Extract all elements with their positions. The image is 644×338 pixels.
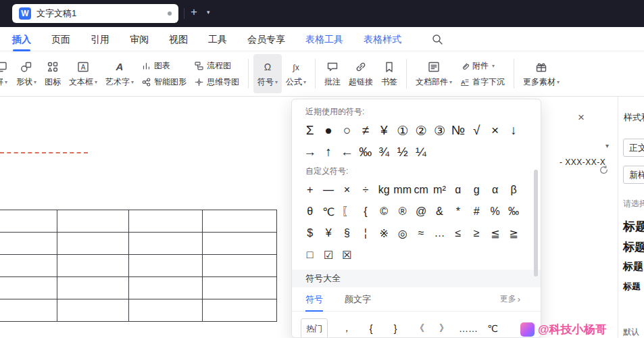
close-icon[interactable]: × xyxy=(578,112,585,123)
table-cell[interactable] xyxy=(129,255,203,277)
symbol-cell[interactable]: $ xyxy=(301,227,319,239)
symbol-cell[interactable]: ¥ xyxy=(319,227,337,239)
symbol-cell[interactable]: 〖 xyxy=(338,205,356,219)
textbox-button[interactable]: A 文本框▾ xyxy=(65,54,101,93)
symbol-cell[interactable]: — xyxy=(319,184,337,196)
symbol-cell[interactable]: ℃ xyxy=(480,323,505,334)
symbol-cell[interactable]: & xyxy=(430,206,449,218)
icons-button[interactable]: 图标 xyxy=(41,54,65,93)
chevron-down-icon[interactable]: ▾ xyxy=(605,142,609,149)
panel-scrollbar[interactable] xyxy=(534,170,538,276)
formula-button[interactable]: ∫x 公式▾ xyxy=(282,54,310,93)
symbol-cell[interactable]: ↓ xyxy=(504,123,522,138)
style-item-heading4[interactable]: 标题 xyxy=(623,281,641,293)
symbol-cell[interactable]: ≠ xyxy=(356,123,374,138)
new-style-button[interactable]: 新样式 xyxy=(623,166,644,184)
symbol-cell[interactable]: … xyxy=(430,227,449,239)
symbol-cell[interactable]: β xyxy=(504,184,522,196)
symbol-cell[interactable]: ≧ xyxy=(504,227,522,240)
symbol-cell[interactable]: ¦ xyxy=(356,227,374,239)
symbol-cell[interactable]: § xyxy=(338,227,356,239)
table-cell[interactable] xyxy=(129,233,203,255)
style-normal-button[interactable]: 正文 xyxy=(623,139,644,157)
symbol-cell[interactable]: ☒ xyxy=(338,249,356,262)
new-tab-button[interactable]: + xyxy=(191,5,197,19)
smartart-button[interactable]: 智能图形 xyxy=(142,76,187,88)
table-cell[interactable] xyxy=(203,255,277,277)
table-cell[interactable] xyxy=(129,277,203,299)
symbol-cell[interactable]: ¾ xyxy=(375,145,393,160)
symbol-cell[interactable]: mm xyxy=(393,184,412,196)
symbol-cell[interactable]: ↑ xyxy=(319,145,337,160)
symbol-cell[interactable]: ， xyxy=(335,322,359,335)
more-symbols-link[interactable]: 更多 › xyxy=(500,293,520,305)
table-cell[interactable] xyxy=(129,299,203,322)
symbol-cell[interactable]: ® xyxy=(393,206,412,218)
symbol-cell[interactable]: θ xyxy=(301,206,319,218)
table-cell[interactable] xyxy=(57,277,129,299)
symbol-cell[interactable]: ½ xyxy=(393,145,412,160)
tab-page[interactable]: 页面 xyxy=(51,27,70,51)
symbol-cell[interactable]: ● xyxy=(319,123,337,138)
document-table[interactable] xyxy=(0,210,277,322)
flowchart-button[interactable]: 流程图 xyxy=(195,60,239,72)
comment-button[interactable]: 批注 xyxy=(320,54,345,93)
symbol-cell[interactable]: % xyxy=(486,206,504,218)
bookmark-button[interactable]: 书签 xyxy=(377,54,401,93)
more-assets-button[interactable]: 更多素材▾ xyxy=(519,54,564,93)
tab-reference[interactable]: 引用 xyxy=(91,27,109,51)
style-item-heading1[interactable]: 标题 xyxy=(623,218,644,235)
symbol-cell[interactable]: Σ xyxy=(301,123,319,138)
symbol-cell[interactable]: @ xyxy=(412,206,430,218)
symbol-cell[interactable]: α xyxy=(486,184,504,196)
table-cell[interactable] xyxy=(0,277,57,299)
search-icon[interactable] xyxy=(431,33,443,45)
hyperlink-button[interactable]: 超链接 xyxy=(345,54,377,93)
symbol-cell[interactable]: ☑ xyxy=(319,249,337,262)
symbol-cell[interactable]: → xyxy=(301,145,319,160)
symbol-cell[interactable]: …… xyxy=(456,323,480,334)
symbol-cell[interactable]: kg xyxy=(375,184,393,196)
table-cell[interactable] xyxy=(0,299,57,322)
style-item-heading2[interactable]: 标题 xyxy=(623,239,644,255)
symbol-cell[interactable]: 《 xyxy=(407,322,432,335)
tab-list-chevron-icon[interactable]: ▾ xyxy=(207,9,210,16)
symbol-cell[interactable]: ≤ xyxy=(449,227,467,239)
mindmap-button[interactable]: 思维导图 xyxy=(195,76,239,88)
tab-table-style[interactable]: 表格样式 xyxy=(364,27,401,51)
symbol-cell[interactable]: ※ xyxy=(375,227,393,240)
table-cell[interactable] xyxy=(203,233,277,255)
table-cell[interactable] xyxy=(57,210,129,233)
table-cell[interactable] xyxy=(203,210,277,233)
symbol-cell[interactable]: # xyxy=(468,206,486,218)
symbol-cell[interactable]: ○ xyxy=(338,123,356,138)
symbol-cell[interactable]: ① xyxy=(393,123,412,139)
symbol-cell[interactable]: { xyxy=(356,206,374,218)
symbol-cell[interactable]: ≥ xyxy=(468,227,486,239)
style-item-heading3[interactable]: 标题 xyxy=(623,260,643,273)
symbol-cell[interactable]: { xyxy=(359,323,383,334)
symbol-cell[interactable]: ‰ xyxy=(356,145,374,160)
symbol-cell[interactable]: * xyxy=(449,206,467,218)
refresh-icon[interactable] xyxy=(599,165,609,178)
tab-table-tools[interactable]: 表格工具 xyxy=(305,27,343,51)
dropcap-button[interactable]: A 首字下沉 xyxy=(460,76,505,88)
symbol-cell[interactable]: ← xyxy=(338,145,356,160)
shapes-button[interactable]: 形状▾ xyxy=(12,54,41,93)
symbol-cell[interactable]: × xyxy=(486,123,504,138)
symbol-cell[interactable]: □ xyxy=(301,249,319,261)
screenshot-button[interactable]: 屏▾ xyxy=(0,54,12,93)
symbol-cell[interactable]: 》 xyxy=(432,322,456,335)
wordart-button[interactable]: A 艺术字▾ xyxy=(101,54,138,93)
chart-button[interactable]: 图表 xyxy=(142,60,187,72)
tab-insert[interactable]: 插入 xyxy=(12,27,31,51)
tab-view[interactable]: 视图 xyxy=(169,27,188,51)
symbol-cell[interactable]: ℃ xyxy=(319,206,337,218)
table-cell[interactable] xyxy=(203,299,277,322)
symbol-cell[interactable]: © xyxy=(375,206,393,218)
document-tab[interactable]: W 文字文稿1 xyxy=(12,4,178,23)
symbol-cell[interactable]: cm xyxy=(412,184,430,196)
symbol-cell[interactable]: ≦ xyxy=(486,227,504,240)
symbol-cell[interactable]: + xyxy=(301,184,319,196)
table-cell[interactable] xyxy=(57,233,129,255)
